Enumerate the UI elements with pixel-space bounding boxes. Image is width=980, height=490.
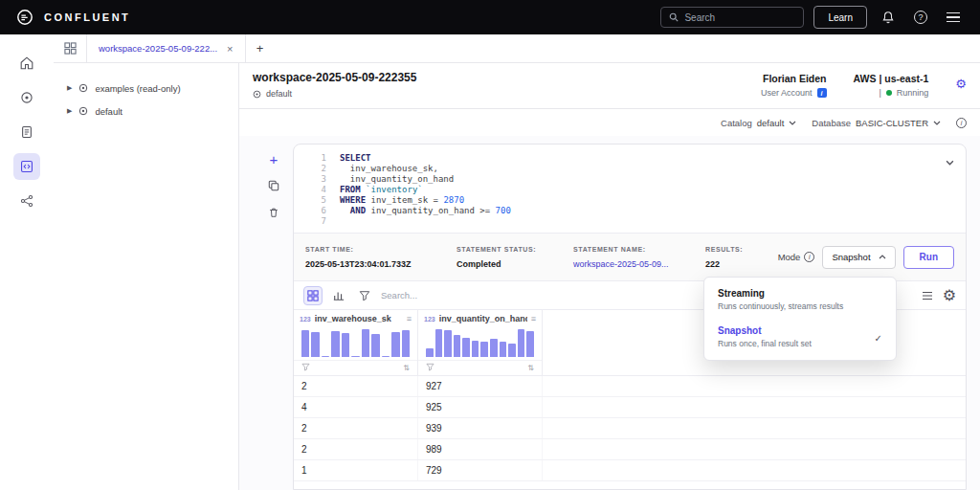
- chart-view-icon[interactable]: [329, 286, 348, 305]
- column-filter-funnel-icon[interactable]: [298, 363, 314, 373]
- column-sort-icon[interactable]: ⇅: [523, 364, 538, 372]
- tab-strip: workspace-2025-05-09-222... × +: [54, 34, 980, 63]
- mode-option-streaming[interactable]: StreamingRuns continuously, streams resu…: [708, 281, 892, 319]
- code-line: 4FROM `inventory`: [300, 185, 954, 195]
- confluent-logo-icon[interactable]: [15, 8, 34, 27]
- column-histogram: [301, 328, 410, 357]
- collapse-editor-icon[interactable]: [946, 152, 954, 169]
- chevron-down-icon: [933, 121, 941, 125]
- caret-right-icon[interactable]: ▶: [67, 107, 72, 115]
- user-account-label: User Account: [761, 88, 813, 98]
- filter-icon[interactable]: [355, 286, 374, 305]
- mode-option-snapshot[interactable]: SnapshotRuns once, final result set✓: [708, 319, 892, 356]
- home-icon[interactable]: [13, 50, 40, 77]
- tree-item[interactable]: ▶default: [54, 100, 238, 122]
- global-search-box[interactable]: [660, 7, 804, 28]
- workspaces-list-tab[interactable]: [54, 34, 86, 62]
- running-status-label: Running: [897, 88, 929, 98]
- catalog-icon: [78, 106, 88, 116]
- workspace-tab-label: workspace-2025-05-09-222...: [99, 43, 217, 54]
- column-sort-icon[interactable]: ⇅: [399, 364, 413, 372]
- table-cell: 925: [418, 397, 543, 417]
- caret-right-icon[interactable]: ▶: [67, 84, 72, 92]
- results-search-input[interactable]: [381, 290, 524, 301]
- database-selector[interactable]: Database BASIC-CLUSTER: [812, 118, 941, 128]
- workspace-settings-gear-icon[interactable]: ⚙: [955, 73, 967, 91]
- column-menu-icon[interactable]: ≡: [407, 314, 412, 323]
- statement-info-bar: START TIME: 2025-05-13T23:04:01.733Z STA…: [294, 234, 966, 281]
- user-account-info-badge[interactable]: i: [817, 88, 827, 98]
- tree-item-label: default: [95, 106, 122, 117]
- results-grid-rows: 29274925293929891729: [294, 376, 966, 481]
- catalog-icon: [78, 83, 88, 93]
- help-icon[interactable]: ?: [909, 6, 932, 29]
- hamburger-menu-icon[interactable]: [942, 6, 965, 29]
- code-line: 1SELECT: [300, 153, 954, 164]
- row-options-icon[interactable]: [922, 287, 933, 304]
- close-tab-icon[interactable]: ×: [227, 43, 233, 55]
- column-type-label: 123: [300, 316, 311, 323]
- user-block: Florian Eiden User Account i: [761, 73, 827, 98]
- mode-dropdown-menu: StreamingRuns continuously, streams resu…: [703, 277, 897, 361]
- mode-select[interactable]: Snapshot: [822, 246, 895, 269]
- copy-icon[interactable]: [264, 176, 283, 195]
- topbar: CONFLUENT Learn ?: [0, 0, 980, 34]
- add-statement-icon[interactable]: +: [264, 149, 283, 168]
- selected-check-icon: ✓: [875, 332, 882, 343]
- new-tab-button[interactable]: +: [246, 34, 275, 62]
- mode-label: Mode i: [778, 252, 815, 262]
- run-button[interactable]: Run: [903, 246, 954, 269]
- topics-icon[interactable]: [13, 119, 40, 145]
- running-status-dot: [886, 90, 892, 96]
- environment-name: default: [266, 89, 292, 99]
- learn-button[interactable]: Learn: [813, 6, 867, 29]
- code-line: 7: [300, 216, 954, 227]
- results-field: RESULTS: 222: [705, 246, 749, 269]
- column-name: inv_warehouse_sk: [315, 314, 403, 323]
- workspace-tab[interactable]: workspace-2025-05-09-222... ×: [86, 34, 246, 62]
- statement-tools: +: [264, 149, 283, 222]
- sql-workspaces-icon[interactable]: [13, 153, 40, 180]
- table-cell: 2: [294, 418, 418, 438]
- table-cell: 2: [294, 439, 418, 459]
- tree-item[interactable]: ▶examples (read-only): [54, 77, 238, 100]
- chevron-up-icon: [879, 255, 886, 259]
- context-info-icon[interactable]: i: [956, 118, 967, 128]
- statement-name-link[interactable]: workspace-2025-05-09...: [573, 259, 684, 269]
- catalog-tree-panel: ▶examples (read-only)▶default: [54, 63, 239, 490]
- environments-icon[interactable]: [13, 84, 40, 111]
- table-row[interactable]: 4925: [294, 397, 966, 418]
- catalog-selector[interactable]: Catalog default: [721, 118, 796, 128]
- global-search-input[interactable]: [684, 12, 795, 23]
- table-cell: 989: [418, 439, 543, 459]
- statement-name-field: STATEMENT NAME: workspace-2025-05-09...: [573, 246, 684, 269]
- table-cell: 927: [418, 376, 543, 396]
- table-row[interactable]: 1729: [294, 460, 966, 481]
- table-row[interactable]: 2927: [294, 376, 966, 397]
- column-menu-icon[interactable]: ≡: [531, 314, 536, 323]
- mode-info-icon[interactable]: i: [804, 252, 814, 262]
- column-filter-funnel-icon[interactable]: [422, 363, 438, 373]
- sql-editor[interactable]: 1SELECT2 inv_warehouse_sk,3 inv_quantity…: [294, 145, 966, 234]
- left-rail: [0, 34, 54, 490]
- table-cell: 4: [294, 397, 418, 417]
- table-cell: 939: [418, 418, 543, 438]
- cloud-region: AWS | us-east-1: [854, 73, 929, 84]
- table-row[interactable]: 2989: [294, 439, 966, 460]
- context-row: Catalog default Database BASIC-CLUSTER i: [239, 109, 980, 136]
- column-header-inv_quantity_on_hand[interactable]: 123inv_quantity_on_hand≡⇅: [418, 310, 543, 375]
- statement-status-field: STATEMENT STATUS: Completed: [457, 246, 552, 269]
- column-header-inv_warehouse_sk[interactable]: 123inv_warehouse_sk≡⇅: [294, 310, 418, 375]
- start-time-field: START TIME: 2025-05-13T23:04:01.733Z: [305, 246, 435, 269]
- stream-lineage-icon[interactable]: [13, 188, 40, 214]
- results-settings-gear-icon[interactable]: ⚙: [943, 286, 956, 304]
- grid-view-icon[interactable]: [303, 286, 323, 305]
- main-panel: workspace-2025-05-09-222355 default Flor…: [239, 63, 980, 490]
- code-line: 2 inv_warehouse_sk,: [300, 164, 954, 174]
- delete-trash-icon[interactable]: [264, 203, 283, 222]
- statement-card: 1SELECT2 inv_warehouse_sk,3 inv_quantity…: [293, 144, 967, 490]
- table-row[interactable]: 2939: [294, 418, 966, 439]
- notifications-bell-icon[interactable]: [877, 6, 900, 29]
- chevron-down-icon: [789, 121, 796, 125]
- code-line: 3 inv_quantity_on_hand: [300, 174, 954, 185]
